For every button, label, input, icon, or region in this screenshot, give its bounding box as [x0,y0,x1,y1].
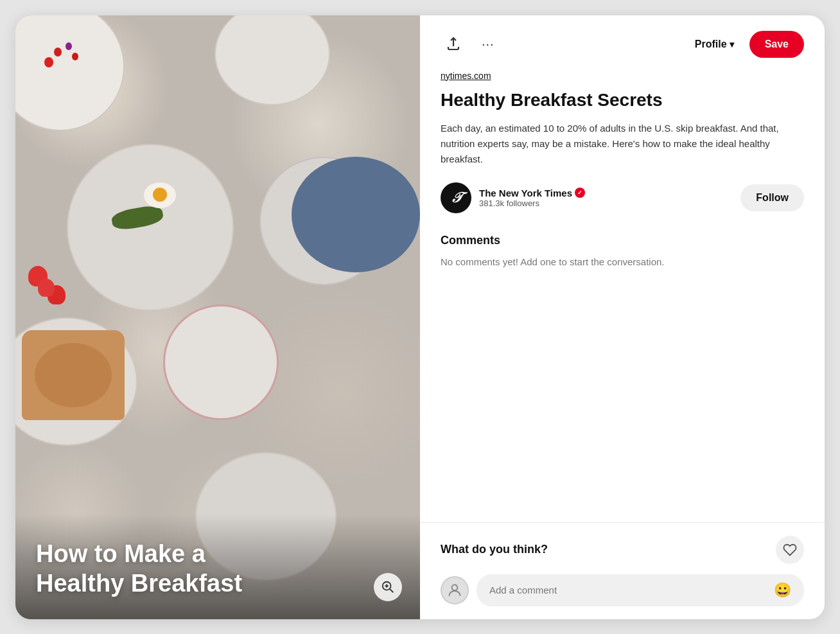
blue-plate [292,157,420,272]
author-details: The New York Times ✓ 381.3k followers [479,188,585,208]
top-bar-right: Profile ▾ Save [687,31,804,58]
follow-button[interactable]: Follow [740,184,804,211]
plate-6 [163,304,279,420]
food-photo: How to Make a Healthy Breakfast [15,15,420,619]
comment-input[interactable] [489,585,769,595]
author-name: The New York Times ✓ [479,188,585,198]
berry-4 [72,53,78,60]
comments-section: Comments No comments yet! Add one to sta… [441,234,804,522]
pin-card: How to Make a Healthy Breakfast [15,15,825,619]
zoom-button[interactable] [374,573,402,601]
top-bar-left: ··· [441,31,500,57]
user-avatar-icon [446,582,463,599]
zoom-icon [381,580,395,594]
egg-yolk [153,188,167,202]
author-avatar[interactable]: 𝒯 [441,182,471,213]
heart-button[interactable] [776,536,804,564]
what-think-label: What do you think? [441,543,548,556]
pin-title: Healthy Breakfast Secrets [441,89,804,112]
svg-line-1 [390,589,393,592]
no-comments-message: No comments yet! Add one to start the co… [441,256,804,267]
berry-1 [54,48,62,57]
heart-icon [783,543,797,557]
pin-description: Each day, an estimated 10 to 20% of adul… [441,121,804,167]
verified-badge: ✓ [575,188,585,198]
top-bar: ··· Profile ▾ Save [441,31,804,58]
svg-point-5 [452,585,458,590]
comment-avatar [441,576,469,604]
author-followers: 381.3k followers [479,198,585,208]
profile-label: Profile [695,39,727,50]
nyt-logo: 𝒯 [451,189,460,206]
comment-input-wrap: 😀 [477,574,804,606]
author-info: 𝒯 The New York Times ✓ 381.3k followers [441,182,585,213]
berry-3 [44,57,53,67]
comment-input-row: 😀 [441,574,804,606]
what-think-row: What do you think? [441,536,804,564]
plate-3 [67,144,234,311]
share-button[interactable] [441,31,466,57]
source-link[interactable]: nytimes.com [441,71,804,81]
comments-title: Comments [441,234,804,247]
share-icon [446,37,461,52]
verified-check-icon: ✓ [577,189,582,196]
profile-chevron-icon: ▾ [730,39,734,49]
image-overlay: How to Make a Healthy Breakfast [15,514,420,619]
more-options-button[interactable]: ··· [477,31,500,57]
profile-button[interactable]: Profile ▾ [687,33,742,55]
strawberry-3 [38,279,55,297]
pin-info-panel: ··· Profile ▾ Save nytimes.com Healthy B… [420,15,825,619]
image-title: How to Make a Healthy Breakfast [36,540,399,598]
berry-2 [66,42,72,50]
save-button[interactable]: Save [749,31,804,58]
bottom-section: What do you think? 😀 [420,522,825,619]
author-row: 𝒯 The New York Times ✓ 381.3k followers … [441,182,804,213]
emoji-button[interactable]: 😀 [769,582,791,599]
pin-image-panel: How to Make a Healthy Breakfast [15,15,420,619]
pb-swirl [35,343,112,407]
